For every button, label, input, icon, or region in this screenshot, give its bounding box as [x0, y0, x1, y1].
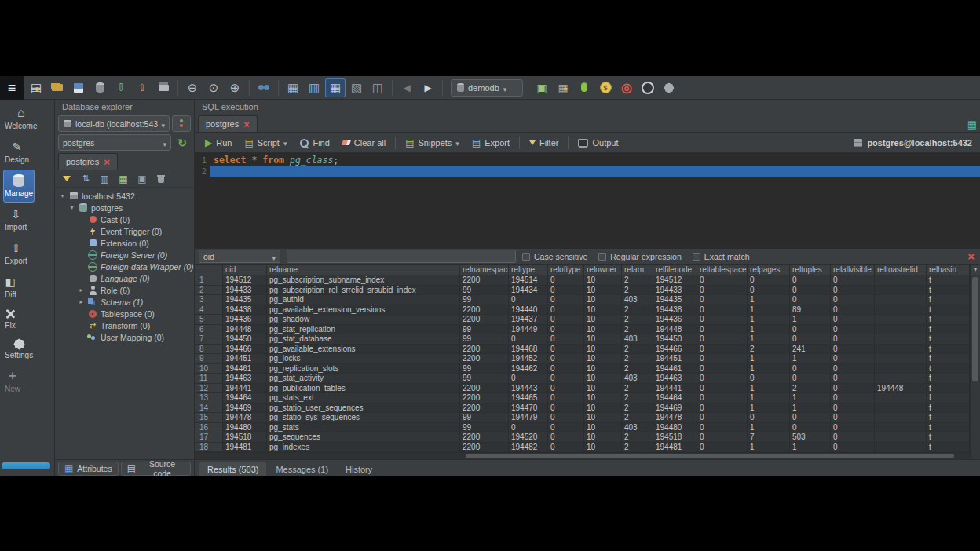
cell-relname[interactable]: pg_stats: [267, 423, 460, 432]
cell-reltype[interactable]: 194520: [509, 432, 548, 442]
cell-relallvisible[interactable]: 0: [831, 325, 875, 334]
split-view-button[interactable]: [368, 78, 388, 97]
cell-reltype[interactable]: 194437: [509, 315, 548, 324]
cell-reltuples[interactable]: 0: [790, 364, 831, 374]
cell-relhasin[interactable]: f: [927, 295, 970, 305]
cell-relfilenode[interactable]: 194469: [653, 403, 697, 413]
sidebar-item-design[interactable]: Design: [3, 136, 31, 169]
checkbox-exact-match[interactable]: Exact match: [693, 252, 750, 261]
column-header-reloftype[interactable]: reloftype: [548, 265, 584, 276]
cell-relowner[interactable]: 10: [584, 393, 622, 403]
cell-relnamespace[interactable]: 2200: [460, 432, 509, 442]
cell-oid[interactable]: 194433: [223, 286, 267, 295]
cell-relname[interactable]: pg_statio_user_sequences: [267, 403, 460, 413]
cell-relname[interactable]: pg_stat_replication: [267, 325, 460, 334]
filter-button[interactable]: [58, 171, 75, 186]
cell-relnamespace[interactable]: 99: [460, 295, 509, 305]
cell-relfilenode[interactable]: 194478: [653, 413, 697, 422]
cell-oid[interactable]: 194441: [223, 384, 267, 393]
tree-item[interactable]: localhost:5432: [55, 190, 194, 202]
cell-relallvisible[interactable]: 0: [831, 315, 875, 324]
cell-relallvisible[interactable]: 0: [831, 374, 875, 383]
cell-relam[interactable]: 2: [622, 354, 653, 363]
clear-all-button[interactable]: Clear all: [337, 134, 391, 151]
save-button[interactable]: [68, 78, 89, 97]
cell-relnamespace[interactable]: 2200: [460, 393, 509, 403]
cell-relfilenode[interactable]: 194433: [653, 286, 697, 295]
cell-relfilenode[interactable]: 194441: [653, 384, 697, 393]
cell-relowner[interactable]: 10: [584, 295, 622, 305]
row-number[interactable]: 6: [195, 325, 223, 334]
cell-oid[interactable]: 194436: [223, 315, 267, 324]
cell-reltablespace[interactable]: 0: [697, 384, 748, 393]
cell-relallvisible[interactable]: 0: [831, 334, 875, 344]
cell-relname[interactable]: pg_authid: [267, 295, 460, 305]
cell-relnamespace[interactable]: 2200: [460, 443, 509, 452]
horizontal-scrollbar[interactable]: [195, 452, 970, 459]
cell-relhasin[interactable]: f: [927, 374, 970, 383]
cell-reltype[interactable]: 0: [509, 334, 548, 344]
cell-relowner[interactable]: 10: [584, 276, 622, 285]
cell-reloftype[interactable]: 0: [548, 413, 584, 422]
cell-oid[interactable]: 194518: [223, 432, 267, 442]
cell-reloftype[interactable]: 0: [548, 354, 584, 363]
cell-relnamespace[interactable]: 2200: [460, 384, 509, 393]
grid-view-button[interactable]: [283, 78, 303, 97]
column-header-reltuples[interactable]: reltuples: [790, 265, 831, 276]
tree-item[interactable]: Language (0): [55, 272, 194, 284]
cell-reltype[interactable]: 0: [509, 423, 548, 432]
cell-reltuples[interactable]: 0: [790, 374, 831, 383]
cell-relfilenode[interactable]: 194463: [653, 374, 697, 383]
database-selector[interactable]: demodb: [451, 79, 523, 97]
cell-relhasin[interactable]: t: [927, 276, 970, 285]
cell-relowner[interactable]: 10: [584, 364, 622, 374]
form-view-button[interactable]: [304, 78, 324, 97]
checkbox-regular-expression[interactable]: Regular expression: [598, 252, 681, 261]
sidebar-item-import[interactable]: Import: [3, 203, 28, 236]
cell-relam[interactable]: 2: [622, 413, 653, 422]
cell-relnamespace[interactable]: 99: [460, 286, 509, 295]
sql-tab-postgres[interactable]: postgres: [198, 115, 258, 132]
sidebar-item-diff[interactable]: Diff: [3, 271, 18, 304]
cell-relnamespace[interactable]: 99: [460, 364, 509, 374]
cell-relnamespace[interactable]: 2200: [460, 305, 509, 315]
cell-reltoastrelid[interactable]: [875, 295, 927, 305]
cell-reltoastrelid[interactable]: [875, 443, 927, 452]
cell-reltuples[interactable]: 1: [790, 393, 831, 403]
cell-reltablespace[interactable]: 0: [697, 315, 748, 324]
tab-attributes[interactable]: Attributes: [58, 462, 119, 476]
cell-relname[interactable]: pg_locks: [267, 354, 460, 363]
cell-relam[interactable]: 403: [622, 334, 653, 344]
cell-reltablespace[interactable]: 0: [697, 374, 748, 383]
cell-relpages[interactable]: 1: [748, 305, 790, 315]
cell-relpages[interactable]: 0: [748, 374, 790, 383]
sidebar-item-settings[interactable]: Settings: [3, 335, 35, 364]
column-header-relpages[interactable]: relpages: [748, 265, 790, 276]
row-number[interactable]: 2: [195, 286, 223, 295]
bug-button[interactable]: [574, 78, 594, 97]
output-button[interactable]: Output: [572, 134, 623, 151]
cell-relowner[interactable]: 10: [584, 384, 622, 393]
cell-relam[interactable]: 2: [622, 364, 653, 374]
cell-relname[interactable]: pg_statio_sys_sequences: [267, 413, 460, 422]
expand-icon[interactable]: [78, 286, 85, 294]
row-number[interactable]: 16: [195, 423, 223, 432]
close-filter-button[interactable]: [967, 250, 976, 262]
cell-reloftype[interactable]: 0: [548, 393, 584, 403]
cell-relallvisible[interactable]: 0: [831, 384, 875, 393]
cell-relpages[interactable]: 1: [748, 295, 790, 305]
collapse-icon[interactable]: [68, 204, 75, 211]
cell-reltoastrelid[interactable]: [875, 354, 927, 363]
cell-oid[interactable]: 194451: [223, 354, 267, 363]
cell-reltablespace[interactable]: 0: [697, 393, 748, 403]
tree-item[interactable]: User Mapping (0): [55, 331, 194, 343]
sql-editor[interactable]: 1select * from pg_class;2: [195, 153, 980, 248]
cell-relam[interactable]: 2: [622, 393, 653, 403]
binoculars-button[interactable]: [254, 78, 274, 97]
cell-reltype[interactable]: 194452: [509, 354, 548, 363]
filter-column-selector[interactable]: oid: [199, 250, 280, 263]
cell-relname[interactable]: pg_stat_database: [267, 334, 460, 344]
cell-oid[interactable]: 194448: [223, 325, 267, 334]
cell-relnamespace[interactable]: 2200: [460, 315, 509, 324]
export-file-button[interactable]: [132, 78, 152, 97]
